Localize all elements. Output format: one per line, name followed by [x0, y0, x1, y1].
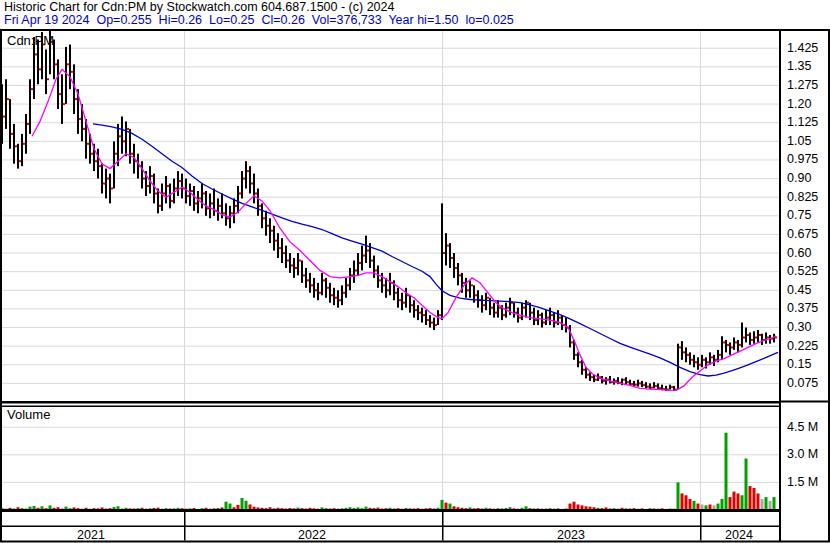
price-axis-tick-label: 1.275: [787, 78, 818, 92]
symbol-label: Cdn:PM: [7, 33, 54, 48]
price-axis-tick-label: 0.90: [787, 171, 811, 185]
price-axis-tick-label: 0.60: [787, 246, 811, 260]
stock-chart-screen: Historic Chart for Cdn:PM by Stockwatch.…: [0, 0, 830, 543]
price-axis-tick-label: 0.525: [787, 264, 818, 278]
x-axis-year-label: 2023: [547, 528, 595, 542]
x-axis-year-label: 2022: [288, 528, 336, 542]
volume-panel-label: Volume: [7, 407, 50, 422]
price-axis-tick-label: 0.675: [787, 227, 818, 241]
price-axis-tick-label: 1.425: [787, 41, 818, 55]
price-axis-tick-label: 0.30: [787, 320, 811, 334]
price-axis-tick-label: 0.75: [787, 208, 811, 222]
price-volume-chart: [0, 0, 830, 543]
price-axis-tick-label: 1.125: [787, 115, 818, 129]
price-axis-tick-label: 0.45: [787, 283, 811, 297]
price-axis-tick-label: 1.05: [787, 134, 811, 148]
volume-axis-tick-label: 3.0 M: [787, 447, 818, 461]
volume-axis-tick-label: 4.5 M: [787, 420, 818, 434]
price-axis-tick-label: 0.375: [787, 301, 818, 315]
price-axis-tick-label: 0.225: [787, 339, 818, 353]
price-axis-tick-label: 0.825: [787, 190, 818, 204]
price-axis-tick-label: 0.075: [787, 376, 818, 390]
price-axis-tick-label: 0.15: [787, 357, 811, 371]
x-axis-year-label: 2024: [715, 528, 763, 542]
price-axis-tick-label: 1.20: [787, 97, 811, 111]
price-axis-tick-label: 0.975: [787, 152, 818, 166]
price-axis-tick-label: 1.35: [787, 59, 811, 73]
x-axis-year-label: 2021: [67, 528, 115, 542]
volume-axis-tick-label: 1.5 M: [787, 475, 818, 489]
